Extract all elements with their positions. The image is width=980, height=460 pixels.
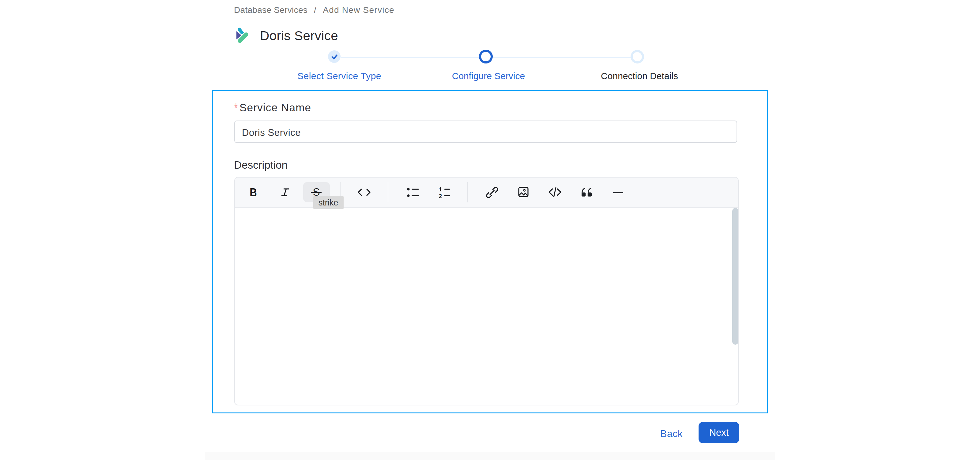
svg-text:2: 2	[439, 193, 442, 199]
svg-text:1: 1	[439, 186, 442, 193]
